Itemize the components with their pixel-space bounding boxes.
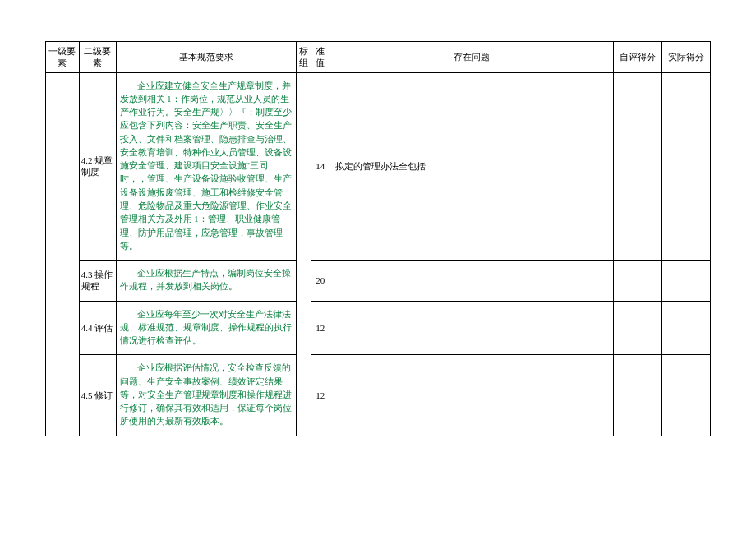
score-cell: 12 [311, 301, 330, 355]
table-header-row: 一级要素 二级要素 基本规范要求 标组 准值 存在问题 自评得分 实际得分 [46, 42, 711, 73]
safety-eval-table: 一级要素 二级要素 基本规范要求 标组 准值 存在问题 自评得分 实际得分 4.… [45, 41, 711, 436]
header-standard-value: 准值 [311, 42, 330, 73]
header-issues: 存在问题 [330, 42, 614, 73]
header-basic-req: 基本规范要求 [116, 42, 297, 73]
issues-cell [330, 355, 614, 436]
self-score-cell [614, 301, 662, 355]
level1-cell [46, 72, 80, 436]
header-level1: 一级要素 [46, 42, 80, 73]
requirement-text: 企业应每年至少一次对安全生产法律法规、标准规范、规章制度、操作规程的执行情况进行… [120, 308, 293, 348]
bracket-cell [297, 72, 311, 436]
requirement-cell: 企业应根据评估情况，安全检查反馈的问题、生产安全事故案例、绩效评定结果等，对安全… [116, 355, 297, 436]
actual-score-cell [662, 261, 711, 302]
score-cell: 20 [311, 261, 330, 302]
score-cell: 14 [311, 72, 330, 260]
table-row: 4.4 评估 企业应每年至少一次对安全生产法律法规、标准规范、规章制度、操作规程… [46, 301, 711, 355]
score-cell: 12 [311, 355, 330, 436]
table-row: 4.3 操作规程 企业应根据生产特点，编制岗位安全操作规程，并发放到相关岗位。 … [46, 261, 711, 302]
actual-score-cell [662, 72, 711, 260]
header-level2: 二级要素 [79, 42, 116, 73]
requirement-cell: 企业应建立健全安全生产规章制度，并发放到相关 1：作岗位，规范从业人员的生产作业… [116, 72, 297, 260]
actual-score-cell [662, 301, 711, 355]
issues-cell [330, 261, 614, 302]
level2-cell: 4.2 规章制度 [79, 72, 116, 260]
level2-cell: 4.4 评估 [79, 301, 116, 355]
self-score-cell [614, 261, 662, 302]
requirement-text: 企业应建立健全安全生产规章制度，并发放到相关 1：作岗位，规范从业人员的生产作业… [120, 80, 293, 253]
level2-cell: 4.5 修订 [79, 355, 116, 436]
self-score-cell [614, 72, 662, 260]
header-bracket: 标组 [297, 42, 311, 73]
actual-score-cell [662, 355, 711, 436]
header-self-score: 自评得分 [614, 42, 662, 73]
requirement-cell: 企业应根据生产特点，编制岗位安全操作规程，并发放到相关岗位。 [116, 261, 297, 302]
self-score-cell [614, 355, 662, 436]
requirement-cell: 企业应每年至少一次对安全生产法律法规、标准规范、规章制度、操作规程的执行情况进行… [116, 301, 297, 355]
issues-cell: 拟定的管理办法全包括 [330, 72, 614, 260]
header-actual-score: 实际得分 [662, 42, 711, 73]
table-row: 4.2 规章制度 企业应建立健全安全生产规章制度，并发放到相关 1：作岗位，规范… [46, 72, 711, 260]
requirement-text: 企业应根据生产特点，编制岗位安全操作规程，并发放到相关岗位。 [120, 267, 293, 294]
requirement-text: 企业应根据评估情况，安全检查反馈的问题、生产安全事故案例、绩效评定结果等，对安全… [120, 362, 293, 428]
level2-cell: 4.3 操作规程 [79, 261, 116, 302]
issues-cell [330, 301, 614, 355]
table-row: 4.5 修订 企业应根据评估情况，安全检查反馈的问题、生产安全事故案例、绩效评定… [46, 355, 711, 436]
